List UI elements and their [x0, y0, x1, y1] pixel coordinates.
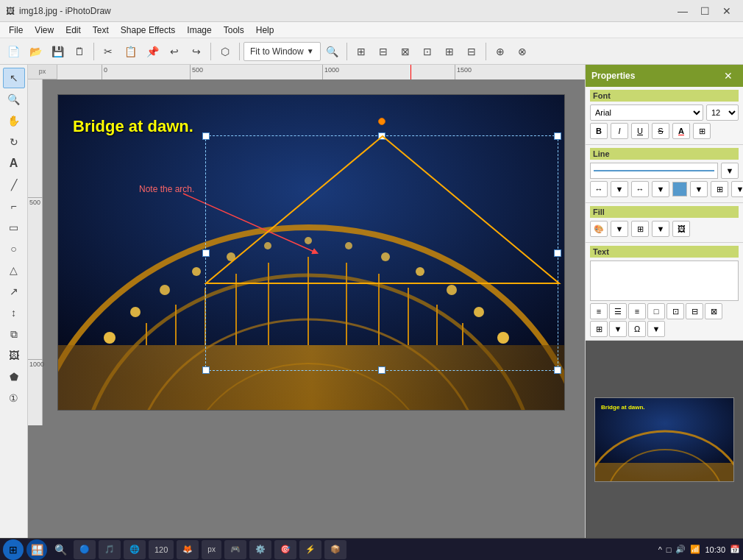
select-tool[interactable]: ↖ [3, 68, 25, 88]
menu-item-text[interactable]: Text [87, 24, 115, 37]
taskbar-firefox[interactable]: 🦊 [177, 540, 199, 559]
canvas-container[interactable]: px 0 500 1000 1500 500 1000 [28, 65, 585, 538]
font-grid-button[interactable]: ⊞ [693, 123, 711, 139]
maximize-button[interactable]: ☐ [694, 2, 715, 20]
taskbar-calendar[interactable]: 📅 [730, 545, 740, 554]
taskbar-spotify[interactable]: 🎵 [99, 540, 121, 559]
menu-item-shape-effects[interactable]: Shape Effects [115, 24, 182, 37]
italic-button[interactable]: I [611, 123, 628, 139]
text-box-opt3[interactable]: ⊟ [686, 303, 703, 319]
line-table-button[interactable]: ⊞ [711, 181, 728, 197]
line-start-dropdown[interactable]: ▼ [611, 181, 628, 197]
taskbar-package[interactable]: 📦 [324, 540, 346, 559]
line-tool[interactable]: ╱ [3, 174, 25, 195]
fill-color-dropdown[interactable]: ▼ [611, 221, 628, 237]
line-color-button[interactable] [672, 182, 687, 196]
align-right-tb-button[interactable]: ⊟ [373, 41, 394, 62]
strikethrough-button[interactable]: S [652, 123, 669, 139]
underline-button[interactable]: U [631, 123, 649, 139]
taskbar-120[interactable]: 120 [149, 540, 174, 559]
menu-item-tools[interactable]: Tools [218, 24, 250, 37]
menu-item-file[interactable]: File [3, 24, 29, 37]
group-button[interactable]: ⊕ [490, 41, 511, 62]
menu-item-help[interactable]: Help [250, 24, 280, 37]
text-box-opt2[interactable]: ⊡ [666, 303, 684, 319]
angle-tool[interactable]: ⌐ [3, 196, 25, 216]
text-box-opt4[interactable]: ⊠ [705, 303, 722, 319]
bold-button[interactable]: B [590, 123, 608, 139]
taskbar-px[interactable]: px [202, 540, 221, 559]
rect-tool[interactable]: ▭ [3, 217, 25, 238]
pan-tool[interactable]: ✋ [3, 110, 25, 131]
cut-button[interactable]: ✂ [98, 41, 118, 62]
fill-pattern-button[interactable]: ⊞ [631, 221, 649, 237]
taskbar-settings[interactable]: ⚙️ [249, 540, 271, 559]
fill-image-button[interactable]: 🖼 [672, 221, 690, 237]
transform-button[interactable]: ⬡ [215, 41, 235, 62]
special-chars-dropdown[interactable]: ▼ [647, 321, 665, 337]
undo-button[interactable]: ↩ [164, 41, 185, 62]
align-left-tb-button[interactable]: ⊞ [351, 41, 372, 62]
paste-button[interactable]: 📌 [142, 41, 163, 62]
taskbar-chrome[interactable]: 🌐 [124, 540, 146, 559]
taskbar-volume[interactable]: 🔊 [675, 545, 686, 554]
ellipse-tool[interactable]: ○ [3, 238, 25, 259]
redo-button[interactable]: ↪ [186, 41, 207, 62]
menu-item-view[interactable]: View [29, 24, 60, 37]
open-button[interactable]: 📂 [25, 41, 46, 62]
measure-tool[interactable]: ↕ [3, 302, 25, 323]
special-tool[interactable]: ① [3, 388, 25, 408]
close-button[interactable]: ✕ [717, 2, 737, 20]
text-align-left-button[interactable]: ≡ [590, 303, 608, 319]
new-button[interactable]: 📄 [3, 41, 24, 62]
save-button[interactable]: 💾 [47, 41, 68, 62]
text-tool[interactable]: A [3, 153, 25, 174]
align-bottom-tb-button[interactable]: ⊡ [417, 41, 438, 62]
align-top-tb-button[interactable]: ⊠ [395, 41, 416, 62]
fill-color-button[interactable]: 🎨 [590, 221, 608, 237]
menu-item-image[interactable]: Image [181, 24, 217, 37]
line-table-dropdown[interactable]: ▼ [731, 181, 743, 197]
copy-button[interactable]: 📋 [120, 41, 141, 62]
font-name-select[interactable]: Arial [590, 104, 703, 121]
font-size-select[interactable]: 12 [706, 104, 739, 121]
zoom-tool[interactable]: 🔍 [3, 89, 25, 110]
text-box-dropdown[interactable]: ▼ [609, 321, 627, 337]
taskbar-chevron[interactable]: ^ [658, 545, 662, 554]
zoom-search-button[interactable]: 🔍 [322, 41, 343, 62]
crop-tool[interactable]: ⧉ [3, 324, 25, 344]
line-color-dropdown[interactable]: ▼ [690, 181, 708, 197]
text-align-right-button[interactable]: ≡ [628, 303, 646, 319]
triangle-tool[interactable]: △ [3, 260, 25, 280]
text-content-area[interactable] [590, 260, 739, 301]
line-style-selector[interactable] [590, 163, 718, 179]
text-align-center-button[interactable]: ☰ [609, 303, 627, 319]
fill-pattern-dropdown[interactable]: ▼ [652, 221, 669, 237]
taskbar-game[interactable]: 🎮 [224, 540, 246, 559]
shape-tool[interactable]: ⬟ [3, 366, 25, 387]
taskbar-lightning[interactable]: ⚡ [299, 540, 321, 559]
ungroup-button[interactable]: ⊗ [512, 41, 533, 62]
line-end-button[interactable]: ↔ [631, 181, 649, 197]
rotate-tool[interactable]: ↻ [3, 132, 25, 152]
arrow-tool[interactable]: ↗ [3, 281, 25, 302]
taskbar-app-item[interactable]: 🔵 [74, 540, 96, 559]
taskbar-windows[interactable]: 🪟 [26, 539, 47, 560]
fit-window-dropdown-icon[interactable]: ▼ [307, 47, 314, 55]
line-start-button[interactable]: ↔ [590, 181, 608, 197]
taskbar-search[interactable]: 🔍 [50, 539, 71, 560]
saveas-button[interactable]: 🗒 [69, 41, 90, 62]
taskbar-network[interactable]: 📶 [690, 545, 700, 554]
distribute-h-button[interactable]: ⊞ [439, 41, 460, 62]
taskbar-target[interactable]: 🎯 [274, 540, 296, 559]
fit-window-button[interactable]: Fit to Window ▼ [243, 42, 321, 61]
line-dropdown-button[interactable]: ▼ [721, 163, 739, 179]
menu-item-edit[interactable]: Edit [60, 24, 87, 37]
line-end-dropdown[interactable]: ▼ [652, 181, 669, 197]
minimize-button[interactable]: — [672, 2, 693, 20]
distribute-v-button[interactable]: ⊟ [461, 41, 482, 62]
special-chars-button[interactable]: Ω [628, 321, 646, 337]
taskbar-monitor[interactable]: □ [666, 545, 672, 554]
text-box-opt1[interactable]: □ [647, 303, 665, 319]
canvas-work[interactable]: Bridge at dawn. Note the arch. [43, 79, 580, 425]
